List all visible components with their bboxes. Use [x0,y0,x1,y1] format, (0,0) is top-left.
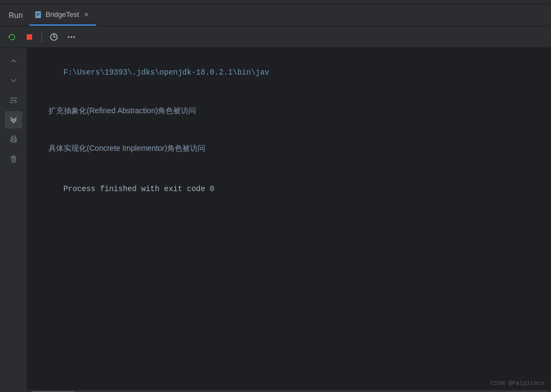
console-line-1: 扩充抽象化(Refined Abstraction)角色被访问 [36,92,542,128]
console-area[interactable]: F:\Users\19393\.jdks\openjdk-18.0.2.1\bi… [27,48,551,392]
more-button[interactable] [64,29,79,45]
main-layout: F:\Users\19393\.jdks\openjdk-18.0.2.1\bi… [0,48,551,392]
svg-point-13 [15,139,16,140]
scroll-to-end-button[interactable] [5,111,22,128]
svg-rect-11 [12,136,15,138]
toolbar-separator [41,32,42,42]
console-line-process: Process finished with exit code 0 [36,171,542,207]
horizontal-scrollbar[interactable] [27,390,551,392]
print-button[interactable] [5,131,22,148]
coverage-button[interactable] [46,29,62,45]
toolbar [0,26,551,48]
svg-rect-1 [36,13,40,14]
stop-button[interactable] [22,29,37,45]
wrap-button[interactable] [5,91,22,109]
svg-point-8 [71,36,72,38]
scroll-up-button[interactable] [5,52,22,70]
tab-label: BridgeTest [46,10,79,19]
watermark: CSDN @Palp1tate [491,379,544,389]
tab-bar: Run BridgeTest × [0,4,551,26]
run-label: Run [4,11,27,20]
svg-rect-5 [27,34,32,40]
console-line-2: 具体实现化(Concrete Implementor)角色被访问 [36,130,542,166]
sidebar [0,48,27,392]
svg-rect-12 [12,140,15,142]
top-partial-bar [0,0,551,4]
clear-button[interactable] [5,150,22,168]
svg-point-7 [68,36,70,38]
svg-rect-2 [36,14,40,15]
svg-point-9 [74,36,75,38]
svg-rect-3 [36,15,39,16]
tab-close-button[interactable]: × [82,10,90,20]
console-line-path: F:\Users\19393\.jdks\openjdk-18.0.2.1\bi… [36,54,542,91]
tab-file-icon [35,11,42,19]
scroll-down-button[interactable] [5,72,22,89]
bridge-test-tab[interactable]: BridgeTest × [29,4,96,26]
rerun-button[interactable] [4,29,20,45]
